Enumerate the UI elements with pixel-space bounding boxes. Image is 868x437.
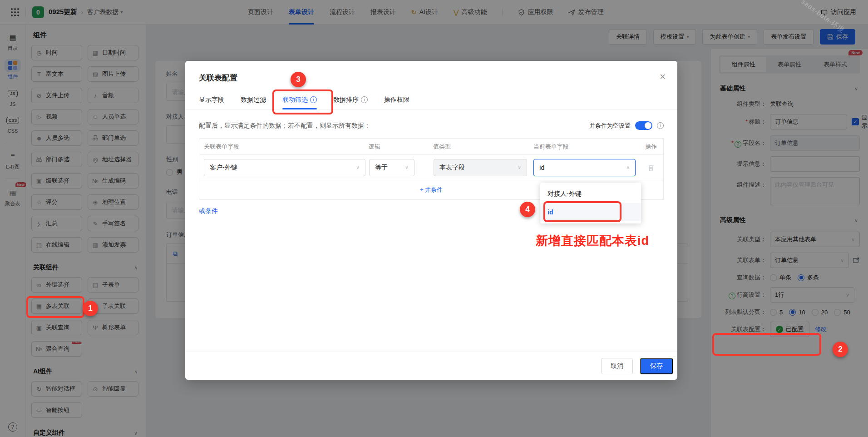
modal-tabs: 显示字段 数据过滤 联动筛选i 数据排序i 操作权限	[185, 90, 677, 109]
empty-condition-toggle[interactable]	[635, 121, 652, 130]
col-action: 操作	[639, 143, 663, 151]
info-icon: i	[657, 122, 664, 129]
annotation-step-1: 1	[83, 301, 98, 316]
col-logic: 逻辑	[365, 143, 429, 151]
tab-label: 数据排序	[333, 96, 359, 104]
annotation-box-related-query	[26, 296, 84, 318]
cancel-button[interactable]: 取消	[601, 358, 633, 374]
col-value-type: 值类型	[429, 143, 530, 151]
tab-data-sort[interactable]: 数据排序i	[333, 90, 368, 109]
relation-field-select[interactable]: 客户-外键∨	[204, 159, 365, 176]
condition-table-header: 关联表单字段 逻辑 值类型 当前表单字段 操作	[199, 139, 663, 155]
chevron-up-icon: ∧	[626, 164, 630, 170]
condition-row: 客户-外键∨ 等于∨ 本表字段∨ id∧	[199, 155, 663, 180]
annotation-step-3: 3	[291, 72, 306, 87]
chevron-down-icon: ∨	[518, 164, 521, 170]
config-description: 配置后，显示满足条件的数据；若不配置，则显示所有数据：	[199, 122, 370, 130]
info-icon: i	[361, 96, 368, 103]
trash-icon[interactable]	[647, 164, 655, 171]
annotation-step-4: 4	[520, 202, 535, 217]
add-or-condition-link[interactable]: 或条件	[199, 207, 218, 215]
logic-select[interactable]: 等于∨	[369, 159, 414, 176]
tab-label: 显示字段	[199, 96, 224, 104]
empty-condition-label: 并条件为空设置	[589, 122, 631, 130]
tab-operation-permission[interactable]: 操作权限	[384, 90, 409, 109]
tab-display-fields[interactable]: 显示字段	[199, 90, 224, 109]
annotation-box-id-option	[543, 201, 621, 222]
chevron-down-icon: ∨	[356, 164, 360, 170]
dropdown-option-contact-fk[interactable]: 对接人-外键	[540, 185, 641, 203]
modal-title: 关联表配置	[185, 61, 677, 83]
value-type-select[interactable]: 本表字段∨	[434, 159, 527, 176]
col-current-field: 当前表单字段	[530, 143, 639, 151]
current-field-select[interactable]: id∧	[533, 159, 636, 176]
close-icon[interactable]: ×	[660, 72, 666, 82]
tab-label: 数据过滤	[241, 96, 266, 104]
annotation-step-2: 2	[833, 342, 848, 357]
annotation-box-relation-config	[712, 333, 821, 356]
annotation-note: 新增直接匹配本表id	[536, 233, 649, 249]
tab-data-filter[interactable]: 数据过滤	[241, 90, 266, 109]
chevron-down-icon: ∨	[405, 164, 409, 170]
add-and-condition-link[interactable]: + 并条件	[420, 186, 443, 194]
modal-save-button[interactable]: 保存	[640, 358, 673, 374]
col-relation-field: 关联表单字段	[199, 143, 365, 151]
tab-label: 操作权限	[384, 96, 409, 104]
annotation-box-linkage-tab	[272, 89, 333, 114]
modal-footer: 取消 保存	[185, 352, 677, 380]
